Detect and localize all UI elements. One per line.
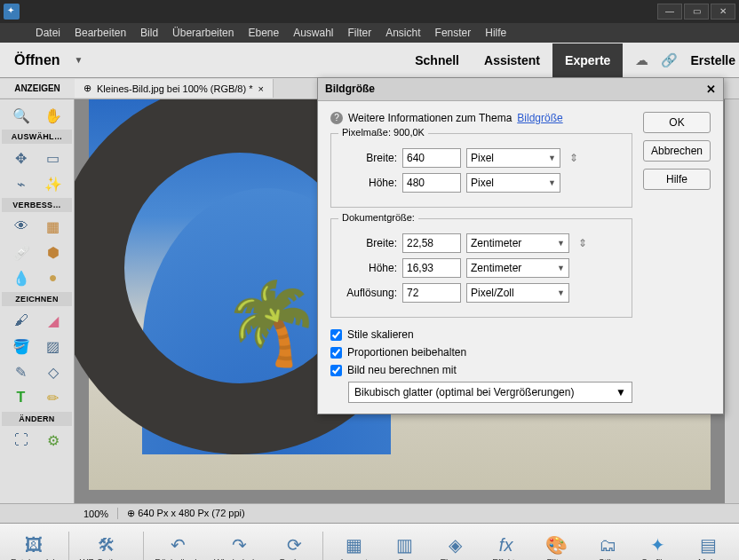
titlebar: — ▭ ✕ <box>0 0 739 23</box>
ok-button[interactable]: OK <box>643 112 711 133</box>
pencil-tool[interactable]: ✏ <box>40 386 67 409</box>
bb-stile[interactable]: 🗂Stile <box>584 530 631 560</box>
close-window-button[interactable]: ✕ <box>711 4 735 20</box>
stamp-tool[interactable]: ⬢ <box>40 241 67 264</box>
resample-method-select[interactable]: Bikubisch glatter (optimal bei Vergrößer… <box>348 382 632 403</box>
zoom-tool[interactable]: 🔍 <box>8 104 35 127</box>
px-height-unit[interactable]: Pixel▼ <box>466 173 560 193</box>
quick-select-tool[interactable]: ✨ <box>40 172 67 195</box>
hand-tool[interactable]: ✋ <box>40 104 67 127</box>
gradient-tool[interactable]: ▨ <box>40 335 67 358</box>
modebar: Öffnen ▼ Schnell Assistent Experte ☁ 🔗 E… <box>0 43 739 78</box>
resolution-label: Auflösung: <box>340 287 397 299</box>
px-height-label: Höhe: <box>340 177 397 189</box>
toolbox-header-anzeigen: ANZEIGEN <box>0 79 75 98</box>
bb-effekte[interactable]: fxEffekte <box>483 530 529 560</box>
toolbox-header-auswaehl: AUSWÄHL… <box>2 130 72 144</box>
bb-filter[interactable]: 🎨Filter <box>534 530 580 560</box>
doc-width-input[interactable] <box>402 233 461 253</box>
menubar: Datei Bearbeiten Bild Überarbeiten Ebene… <box>0 23 739 43</box>
open-button[interactable]: Öffnen <box>0 52 75 68</box>
bb-redo[interactable]: ↷Wiederholen <box>209 530 269 560</box>
crop-tool[interactable]: ⛶ <box>8 429 35 452</box>
bb-mehr[interactable]: ▤Mehr <box>686 530 732 560</box>
move-tool[interactable]: ✥ <box>8 146 35 170</box>
px-width-unit[interactable]: Pixel▼ <box>466 148 560 168</box>
blur-tool[interactable]: 💧 <box>8 266 35 289</box>
mode-experte[interactable]: Experte <box>552 43 623 77</box>
bb-ebenen[interactable]: ◈Ebenen <box>433 530 479 560</box>
recompose-tool[interactable]: ⚙ <box>40 429 67 452</box>
resample-checkbox[interactable] <box>330 365 342 376</box>
menu-fenster[interactable]: Fenster <box>435 27 472 39</box>
menu-filter[interactable]: Filter <box>348 27 372 39</box>
sponge-tool[interactable]: ● <box>40 266 67 289</box>
status-dims: ⊕ 640 Px x 480 Px (72 ppi) <box>117 508 254 519</box>
bb-org[interactable]: ▥Orç <box>382 530 428 560</box>
menu-ebene[interactable]: Ebene <box>248 27 279 39</box>
bb-undo[interactable]: ↶Rückgängig <box>149 530 207 560</box>
close-tab-icon[interactable]: × <box>258 83 263 94</box>
brush-tool[interactable]: 🖌 <box>8 309 35 332</box>
info-text: Weitere Informationen zum Thema <box>348 112 512 124</box>
zoom-level[interactable]: 100% <box>75 509 117 519</box>
doc-height-input[interactable] <box>402 258 461 278</box>
link-icon[interactable]: 🔗 <box>661 52 678 68</box>
shape-tool[interactable]: ◇ <box>40 360 67 383</box>
menu-auswahl[interactable]: Auswahl <box>293 27 333 39</box>
menu-datei[interactable]: Datei <box>36 27 60 39</box>
bb-layout[interactable]: ▦Layout <box>331 530 377 560</box>
scale-styles-label: Stile skalieren <box>347 328 414 341</box>
status-bar: 100% ⊕ 640 Px x 480 Px (72 ppi) <box>0 503 739 523</box>
resolution-input[interactable] <box>402 283 461 303</box>
doc-legend: Dokumentgröße: <box>338 212 418 223</box>
info-icon: ? <box>330 112 343 124</box>
maximize-button[interactable]: ▭ <box>684 4 709 20</box>
image-size-dialog: Bildgröße ✕ ? Weitere Informationen zum … <box>317 77 724 414</box>
spot-heal-tool[interactable]: 🩹 <box>8 241 35 264</box>
text-tool[interactable]: T <box>8 386 35 409</box>
menu-bearbeiten[interactable]: Bearbeiten <box>75 27 126 39</box>
marquee-tool[interactable]: ▭ <box>40 146 67 170</box>
redeye-tool[interactable]: 👁 <box>8 215 35 238</box>
menu-hilfe[interactable]: Hilfe <box>485 27 506 39</box>
px-link-icon[interactable]: ⇕ <box>569 152 578 164</box>
open-caret-icon[interactable]: ▼ <box>75 55 83 65</box>
dialog-close-icon[interactable]: ✕ <box>706 83 716 96</box>
mode-assistent[interactable]: Assistent <box>472 43 552 77</box>
eyedropper-tool[interactable]: ✎ <box>8 360 35 383</box>
scale-styles-checkbox[interactable] <box>330 329 342 341</box>
cancel-button[interactable]: Abbrechen <box>643 140 711 162</box>
doc-width-label: Breite: <box>340 237 397 249</box>
menu-ansicht[interactable]: Ansicht <box>385 27 420 39</box>
lasso-tool[interactable]: ⌁ <box>8 172 35 195</box>
cloud-icon[interactable]: ☁ <box>635 52 648 68</box>
px-width-input[interactable] <box>402 148 461 168</box>
constrain-prop-checkbox[interactable] <box>330 347 342 359</box>
bucket-tool[interactable]: 🪣 <box>8 335 35 358</box>
eraser-tool[interactable]: ◢ <box>40 309 67 332</box>
resample-label: Bild neu berechnen mit <box>347 364 457 376</box>
bb-grafiken[interactable]: ✦Grafiken <box>635 530 681 560</box>
bb-wzoptionen[interactable]: 🛠WZ-Optionen <box>75 530 138 560</box>
resolution-unit[interactable]: Pixel/Zoll▼ <box>466 283 569 303</box>
info-link[interactable]: Bildgröße <box>517 112 562 124</box>
bb-rotate[interactable]: ⟳Drehen <box>271 530 317 560</box>
px-height-input[interactable] <box>402 173 461 193</box>
minimize-button[interactable]: — <box>657 4 682 20</box>
doc-width-unit[interactable]: Zentimeter▼ <box>466 233 569 253</box>
help-button[interactable]: Hilfe <box>643 169 711 190</box>
px-width-label: Breite: <box>340 152 397 164</box>
pixel-dimensions-group: Pixelmaße: 900,0K Breite: Pixel▼ ⇕ Höhe:… <box>330 133 632 208</box>
doc-link-icon[interactable]: ⇕ <box>578 237 587 249</box>
bb-fotobereich[interactable]: 🖼Fotobereich <box>5 530 63 560</box>
document-size-group: Dokumentgröße: Breite: Zentimeter▼ ⇕ Höh… <box>330 218 632 318</box>
menu-ueberarbeiten[interactable]: Überarbeiten <box>172 27 234 39</box>
document-tab-label: Kleines-Bild.jpg bei 100% (RGB/8) * <box>97 83 252 94</box>
erstellen-button[interactable]: Erstelle <box>690 53 739 67</box>
document-tab[interactable]: ⊕ Kleines-Bild.jpg bei 100% (RGB/8) * × <box>75 79 274 98</box>
mode-schnell[interactable]: Schnell <box>402 43 472 77</box>
whiten-tool[interactable]: ▦ <box>40 215 67 238</box>
doc-height-unit[interactable]: Zentimeter▼ <box>466 258 569 278</box>
menu-bild[interactable]: Bild <box>140 27 158 39</box>
